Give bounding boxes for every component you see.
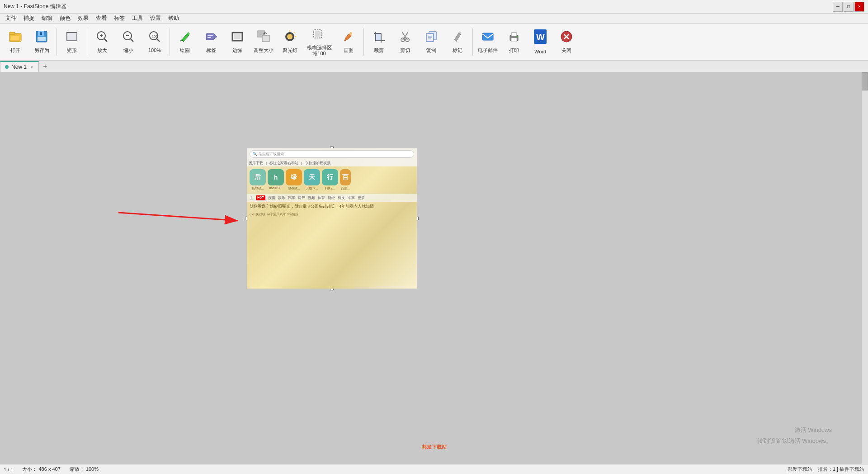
spotlight-icon: [283, 30, 297, 46]
news-item-8: 科技: [338, 195, 345, 200]
watermark-line2: 转到'设置'以激活 Windows。: [757, 436, 832, 446]
tab-bar: New 1 × +: [0, 61, 868, 72]
open-icon: [9, 30, 22, 46]
app-icon-2: h hao123...: [268, 169, 284, 191]
app-icon-box-6: 百: [340, 169, 351, 185]
nav-sep-1: |: [266, 161, 267, 165]
menu-edit[interactable]: 编辑: [38, 14, 56, 23]
svg-rect-24: [234, 34, 241, 39]
cut-button[interactable]: 剪切: [392, 26, 418, 58]
zoom-in-label: 放大: [97, 47, 107, 53]
fuzzy-label: 模糊选择区域100: [305, 45, 334, 57]
border-button[interactable]: 边缘: [225, 26, 250, 58]
saveas-button[interactable]: 另存为: [29, 26, 54, 58]
tag-button[interactable]: 标签: [198, 26, 224, 58]
fuzzy-button[interactable]: 模糊选择区域100: [303, 26, 335, 58]
save-icon: [35, 30, 48, 46]
menu-settings[interactable]: 设置: [146, 14, 165, 23]
red-arrow: [114, 204, 245, 231]
zoom100-label: 100%: [148, 47, 161, 53]
size-label: 大小：: [22, 466, 37, 472]
tab-label: New 1: [11, 64, 27, 70]
tab-new1[interactable]: New 1 ×: [0, 61, 39, 72]
close-label: 关闭: [561, 47, 571, 53]
page-info: 1 / 1: [4, 467, 13, 472]
browser-search-bar: 🔍 这里也可以搜索: [247, 148, 417, 160]
svg-point-28: [287, 34, 292, 39]
zoom-out-button[interactable]: 缩小: [116, 26, 141, 58]
zoom100-button[interactable]: 100 100%: [142, 26, 167, 58]
minimize-button[interactable]: ─: [833, 2, 843, 12]
menu-tag[interactable]: 标签: [110, 14, 128, 23]
zoom-label: 缩放：: [70, 466, 85, 472]
news-item-5: 视频: [308, 195, 315, 200]
scroll-thumb[interactable]: [862, 72, 868, 90]
copy-button[interactable]: 复制: [419, 26, 444, 58]
news-item-1: 疫情: [268, 195, 275, 200]
svg-rect-5: [40, 32, 42, 35]
svg-line-17: [157, 39, 160, 42]
status-right-info1: 邦发下载站: [788, 466, 812, 473]
tab-add-button[interactable]: +: [40, 61, 51, 72]
word-button[interactable]: W Word: [528, 26, 553, 58]
image-canvas[interactable]: 🔍 这里也可以搜索 图库下载 | 标注之家看右和站 | ⬡ 快速加载视频 后 后…: [247, 148, 417, 289]
close-image-button[interactable]: 关闭: [554, 26, 579, 58]
app-icon-3: 绿 绿色软...: [286, 169, 302, 191]
news-item-3: 汽车: [288, 195, 295, 200]
tab-close-button[interactable]: ×: [29, 64, 34, 70]
maximize-button[interactable]: □: [844, 2, 854, 12]
resize-icon: [257, 30, 270, 46]
mark-button[interactable]: 标记: [445, 26, 470, 58]
window-title: New 1 - FastStone 编辑器: [4, 3, 66, 10]
menu-effect[interactable]: 效果: [74, 14, 92, 23]
app-icons-grid: 后 后谷登... h hao123... 绿 绿色软... 天 元数下... 行: [247, 166, 417, 194]
crop-button[interactable]: 裁剪: [366, 26, 392, 58]
svg-rect-49: [511, 38, 517, 42]
tab-active-indicator: [5, 65, 9, 69]
status-right: 邦发下载站 排名：1 | 插件下载站: [788, 466, 864, 473]
vertical-scrollbar[interactable]: [862, 72, 868, 464]
crop-label: 裁剪: [374, 47, 384, 53]
menu-view[interactable]: 查看: [92, 14, 110, 23]
svg-rect-47: [482, 33, 493, 40]
resize-button[interactable]: 调整大小: [251, 26, 276, 58]
zoom100-icon: 100: [148, 30, 161, 46]
rect-button[interactable]: 矩形: [59, 26, 85, 58]
open-button[interactable]: 打开: [3, 26, 28, 58]
copy-label: 复制: [426, 47, 436, 53]
screenshot-content: 🔍 这里也可以搜索 图库下载 | 标注之家看右和站 | ⬡ 快速加载视频 后 后…: [247, 148, 417, 289]
nav-link-3: ⬡ 快速加载视频: [305, 161, 330, 166]
toolbar: 打开 另存为 矩形: [0, 24, 868, 61]
zoom-in-button[interactable]: 放大: [90, 26, 115, 58]
app-icon-box-5: 行: [322, 169, 338, 185]
article-main: 胡歌黄磊宁婚纱照曝光，胡迪童老公回头超超笑，4年前圈内人就知情: [247, 202, 417, 211]
menu-file[interactable]: 文件: [2, 14, 20, 23]
draw-button[interactable]: 绘圈: [172, 26, 198, 58]
close-window-button[interactable]: ×: [854, 2, 864, 12]
svg-rect-1: [9, 32, 15, 34]
menu-color[interactable]: 颜色: [56, 14, 74, 23]
menu-capture[interactable]: 捕捉: [20, 14, 38, 23]
print-button[interactable]: 打印: [501, 26, 527, 58]
toolbar-sep-2: [87, 28, 87, 56]
status-right-info2: 排名：1 | 插件下载站: [818, 466, 864, 473]
window-controls: ─ □ ×: [833, 2, 864, 12]
email-button[interactable]: 电子邮件: [475, 26, 500, 58]
news-item-2: 娱乐: [278, 195, 285, 200]
menu-help[interactable]: 帮助: [165, 14, 183, 23]
cut-label: 剪切: [400, 47, 410, 53]
svg-rect-26: [262, 35, 269, 42]
spotlight-button[interactable]: 聚光灯: [277, 26, 302, 58]
paint-button[interactable]: 画图: [336, 26, 361, 58]
app-icon-1: 后 后谷登...: [250, 169, 266, 191]
tag-label: 标签: [206, 47, 216, 53]
app-icon-label-6: 百度...: [341, 186, 350, 191]
draw-icon: [178, 30, 192, 46]
menu-tool[interactable]: 工具: [128, 14, 146, 23]
app-icon-box-4: 天: [304, 169, 320, 185]
svg-rect-7: [67, 33, 77, 41]
close-image-icon: [560, 30, 573, 46]
border-icon: [231, 30, 244, 46]
rect-label: 矩形: [67, 47, 77, 53]
fuzzy-icon: [312, 27, 326, 43]
